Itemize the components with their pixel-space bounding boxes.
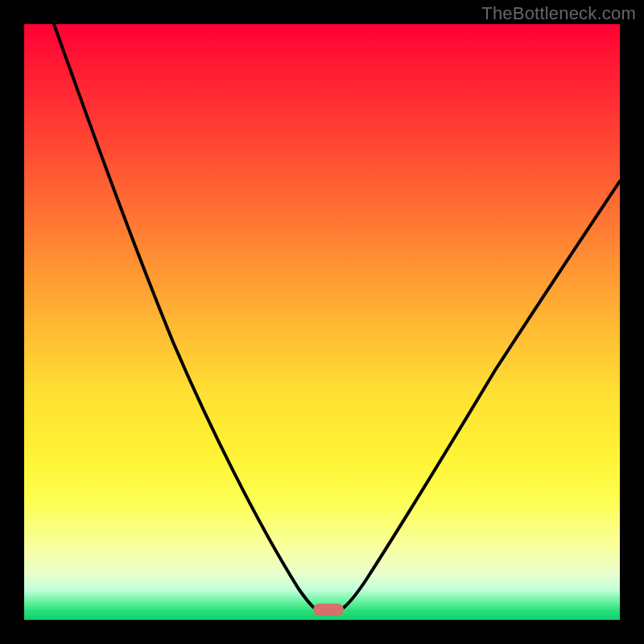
optimum-marker	[313, 604, 344, 616]
watermark-label: TheBottleneck.com	[481, 3, 636, 24]
bottleneck-curve	[54, 24, 620, 614]
chart-frame: TheBottleneck.com	[0, 0, 644, 644]
curve-svg	[24, 24, 620, 620]
plot-area	[24, 24, 620, 620]
